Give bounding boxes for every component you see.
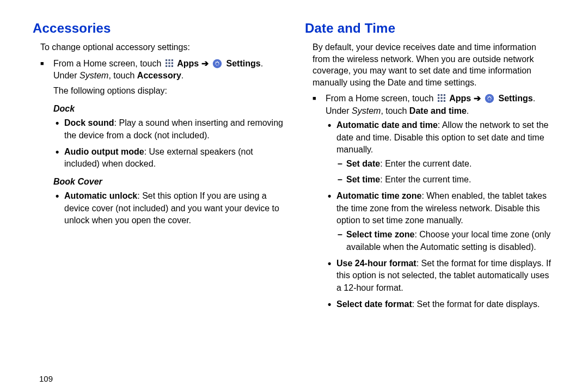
svg-rect-17 [438, 100, 439, 102]
list-item: Automatic time zone: When enabled, the t… [336, 190, 555, 253]
item-bold: Automatic date and time [336, 120, 438, 130]
dock-subheading: Dock [53, 103, 283, 115]
date-time-heading: Date and Time [305, 21, 555, 36]
page-number: 109 [39, 374, 53, 383]
svg-rect-7 [168, 65, 170, 66]
item-rest: : Set the format for date displays. [412, 299, 540, 309]
svg-rect-14 [438, 97, 439, 99]
nav-text-prefix: From a Home screen, touch [326, 94, 436, 103]
nav-arrow: ➔ [199, 59, 211, 68]
svg-rect-19 [444, 100, 445, 102]
sub-bold: Set time [346, 175, 380, 184]
left-column: Accessories To change optional accessory… [33, 21, 299, 381]
date-time-options: Automatic date and time: Allow the netwo… [336, 119, 555, 310]
right-column: Date and Time By default, your device re… [299, 21, 566, 381]
list-item: Automatic unlock: Set this option If you… [64, 190, 283, 226]
item-bold: Dock sound [64, 118, 114, 127]
accessories-heading: Accessories [33, 21, 283, 36]
svg-rect-13 [444, 94, 445, 96]
nav-line2-a: Under [326, 106, 352, 115]
list-item: Select date format: Set the format for d… [336, 298, 555, 310]
svg-rect-4 [168, 62, 170, 64]
svg-rect-8 [171, 65, 173, 66]
item-bold: Audio output mode [64, 147, 144, 156]
nav-settings-label: Settings [499, 94, 533, 103]
sub-rest: : Enter the current date. [380, 159, 471, 168]
date-time-intro: By default, your device receives date an… [313, 41, 555, 88]
svg-point-10 [216, 62, 218, 65]
svg-rect-16 [444, 97, 445, 99]
date-time-nav-item: From a Home screen, touch Apps ➔ Setting… [326, 93, 555, 310]
list-item: Automatic date and time: Allow the netwo… [336, 119, 555, 186]
nav-period: . [533, 94, 535, 103]
sub-bold: Set date [346, 159, 380, 168]
nav-apps-label: Apps [177, 59, 199, 68]
sub-rest: : Enter the current time. [380, 175, 471, 184]
settings-icon [212, 59, 222, 69]
book-cover-subheading: Book Cover [53, 176, 283, 188]
svg-rect-2 [171, 59, 173, 61]
date-time-nav-list: From a Home screen, touch Apps ➔ Setting… [326, 93, 555, 310]
sub-item: Select time zone: Choose your local time… [346, 229, 555, 253]
settings-icon [485, 94, 494, 103]
apps-icon [165, 59, 174, 68]
accessories-intro: To change optional accessory settings: [40, 41, 283, 53]
svg-rect-6 [166, 65, 167, 66]
nav-settings-label: Settings [226, 59, 261, 68]
book-cover-list: Automatic unlock: Set this option If you… [64, 190, 283, 226]
page: Accessories To change optional accessory… [0, 0, 588, 392]
list-item: Use 24-hour format: Set the format for t… [336, 258, 555, 294]
sub-list: Select time zone: Choose your local time… [346, 229, 555, 253]
nav-line2-d: Accessory [137, 71, 181, 80]
nav-line2-system: System [79, 71, 108, 80]
nav-period: . [261, 59, 263, 68]
svg-rect-11 [438, 94, 439, 96]
item-bold: Select date format [336, 299, 412, 309]
nav-text-prefix: From a Home screen, touch [53, 59, 164, 68]
nav-line2-c: , touch [381, 106, 409, 115]
nav-line2-d: Date and time [409, 106, 467, 115]
item-bold: Use 24-hour format [336, 259, 416, 268]
sub-item: Set time: Enter the current time. [346, 174, 555, 186]
svg-rect-0 [166, 59, 167, 61]
dock-list: Dock sound: Play a sound when inserting … [64, 117, 283, 170]
nav-line2-system: System [352, 106, 381, 115]
svg-rect-12 [440, 94, 442, 96]
svg-rect-15 [440, 97, 442, 99]
nav-line2-c: , touch [108, 71, 137, 80]
svg-rect-5 [171, 62, 173, 64]
list-item: Dock sound: Play a sound when inserting … [64, 117, 283, 142]
accessories-nav-list: From a Home screen, touch Apps ➔ Setting… [53, 58, 283, 227]
options-display-text: The following options display: [53, 85, 283, 97]
svg-rect-1 [168, 59, 170, 61]
nav-line2-e: . [181, 71, 183, 80]
svg-rect-3 [166, 62, 167, 64]
svg-point-21 [488, 97, 491, 100]
svg-rect-18 [440, 100, 442, 102]
apps-icon [437, 94, 446, 102]
sub-list: Set date: Enter the current date. Set ti… [346, 158, 555, 186]
list-item: Audio output mode: Use external speakers… [64, 146, 283, 170]
item-bold: Automatic time zone [336, 191, 421, 200]
nav-arrow: ➔ [471, 94, 483, 103]
sub-item: Set date: Enter the current date. [346, 158, 555, 170]
nav-line2-e: . [467, 106, 469, 115]
sub-bold: Select time zone [346, 230, 414, 239]
nav-line2-a: Under [53, 71, 79, 80]
nav-apps-label: Apps [449, 94, 471, 103]
accessories-nav-item: From a Home screen, touch Apps ➔ Setting… [53, 58, 283, 227]
item-bold: Automatic unlock [64, 191, 137, 200]
